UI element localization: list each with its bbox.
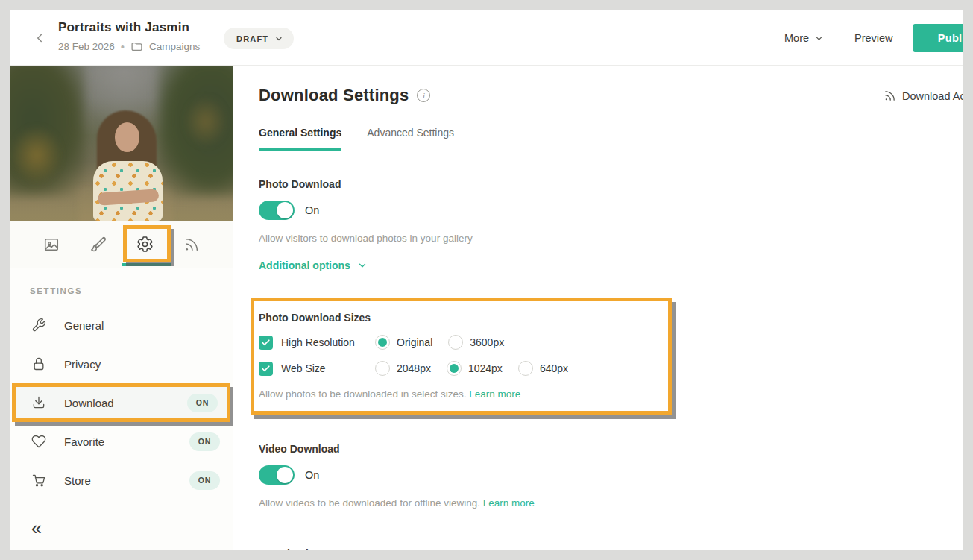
gallery-title-block: Portraits with Jasmin 28 Feb 2026 • Camp…	[58, 20, 200, 53]
photo-download-sizes-label: Photo Download Sizes	[259, 312, 656, 324]
download-activity-link[interactable]: Download Activity	[884, 89, 963, 102]
sidebar-item-label: Privacy	[64, 358, 101, 371]
sizes-learn-more-link[interactable]: Learn more	[469, 388, 520, 400]
chevron-down-icon	[357, 260, 368, 271]
page-title-row: Download Settings i	[259, 86, 963, 105]
radio-option-2048px: 2048px	[375, 361, 431, 376]
photo-download-description: Allow visitors to download photos in you…	[259, 233, 963, 244]
chevron-down-icon	[814, 34, 824, 43]
app-window: Portraits with Jasmin 28 Feb 2026 • Camp…	[10, 10, 963, 550]
collapse-sidebar-button[interactable]: «	[31, 519, 42, 538]
publish-button[interactable]: Publish	[913, 24, 963, 52]
brush-icon	[90, 236, 107, 253]
heart-icon	[31, 434, 48, 449]
broadcast-icon	[183, 236, 200, 253]
video-learn-more-link[interactable]: Learn more	[483, 497, 535, 509]
check-icon	[261, 338, 271, 347]
sidebar-item-download[interactable]: Download ON	[12, 383, 230, 422]
chevron-left-icon	[33, 31, 46, 45]
preview-button-label: Preview	[854, 32, 893, 44]
sidebar-item-general[interactable]: General	[10, 306, 233, 345]
more-button-label: More	[784, 32, 809, 44]
tab-design[interactable]	[83, 229, 114, 260]
cart-icon	[31, 473, 48, 488]
lock-icon	[31, 356, 48, 371]
status-badge-on: ON	[187, 394, 218, 412]
gallery-date: 28 Feb 2026	[58, 41, 115, 52]
radio-option-1024px: 1024px	[447, 361, 503, 376]
photo-download-toggle[interactable]	[259, 201, 295, 220]
original-radio[interactable]	[375, 335, 390, 350]
info-icon[interactable]: i	[417, 89, 430, 102]
3600px-radio[interactable]	[448, 335, 463, 350]
gear-icon	[136, 236, 154, 253]
additional-options-link[interactable]: Additional options	[259, 259, 963, 271]
tab-photos[interactable]	[36, 229, 67, 260]
2048px-radio[interactable]	[375, 361, 390, 376]
original-label: Original	[397, 336, 432, 348]
top-header: Portraits with Jasmin 28 Feb 2026 • Camp…	[10, 10, 963, 66]
tab-activity[interactable]	[176, 229, 207, 260]
640px-radio[interactable]	[518, 361, 533, 376]
back-button[interactable]	[30, 28, 49, 48]
photo-download-toggle-state: On	[305, 204, 319, 216]
download-activity-label: Download Activity	[902, 90, 963, 102]
web-size-checkbox[interactable]	[259, 362, 273, 376]
high-resolution-checkbox[interactable]	[259, 336, 273, 350]
tab-advanced-settings[interactable]: Advanced Settings	[367, 127, 454, 151]
page-title: Download Settings	[259, 86, 409, 105]
chevron-down-icon	[274, 34, 283, 43]
video-download-description: Allow videos to be downloaded for offlin…	[259, 497, 963, 509]
download-icon	[31, 395, 48, 410]
collection-name[interactable]: Campaigns	[149, 41, 200, 52]
folder-icon	[130, 40, 143, 53]
check-icon	[261, 364, 271, 374]
sidebar-item-favorite[interactable]: Favorite ON	[10, 422, 233, 461]
sidebar: SETTINGS General Privacy Download ON Fa	[10, 66, 233, 550]
sidebar-item-privacy[interactable]: Privacy	[10, 345, 233, 383]
radio-option-original: Original	[375, 335, 432, 350]
sidebar-item-label: Store	[64, 474, 91, 487]
status-badge-label: DRAFT	[236, 34, 268, 43]
high-resolution-label: High Resolution	[281, 336, 355, 348]
more-button[interactable]: More	[784, 10, 824, 66]
preview-button[interactable]: Preview	[854, 10, 893, 66]
sidebar-tool-tabs	[10, 221, 233, 268]
sidebar-item-label: Favorite	[64, 435, 104, 448]
radio-option-640px: 640px	[518, 361, 568, 376]
sizes-description: Allow photos to be downloaded in select …	[259, 388, 656, 400]
gallery-cover-photo	[10, 66, 233, 221]
gallery-title: Portraits with Jasmin	[58, 20, 200, 35]
640px-label: 640px	[540, 362, 568, 374]
video-download-label: Video Download	[259, 443, 963, 455]
sidebar-item-label: General	[64, 319, 104, 332]
3600px-label: 3600px	[470, 336, 504, 348]
radio-option-3600px: 3600px	[448, 335, 504, 350]
video-download-toggle-state: On	[305, 469, 319, 481]
web-size-label: Web Size	[281, 362, 326, 374]
size-row-high-resolution: High Resolution Original 3600px	[259, 335, 656, 350]
photo-download-toggle-row: On	[259, 201, 963, 220]
status-badge-on: ON	[189, 432, 220, 451]
gallery-subtitle: 28 Feb 2026 • Campaigns	[58, 40, 200, 53]
photo-download-label: Photo Download	[259, 178, 963, 190]
settings-tabs: General Settings Advanced Settings	[259, 127, 963, 151]
subtitle-separator: •	[121, 40, 125, 53]
video-download-toggle[interactable]	[259, 465, 295, 485]
broadcast-icon	[884, 89, 896, 102]
sidebar-item-label: Download	[64, 397, 114, 409]
main-content: Download Activity Download Settings i Ge…	[234, 66, 963, 550]
video-download-toggle-row: On	[259, 465, 963, 485]
status-badge[interactable]: DRAFT	[224, 28, 294, 49]
tab-settings[interactable]	[129, 229, 160, 260]
additional-options-label: Additional options	[259, 259, 350, 271]
1024px-label: 1024px	[468, 362, 503, 374]
size-row-web-size: Web Size 2048px 1024px 640px	[259, 361, 656, 376]
status-badge-on: ON	[189, 471, 220, 490]
1024px-radio[interactable]	[447, 361, 462, 376]
tab-general-settings[interactable]: General Settings	[259, 127, 341, 151]
wrench-icon	[31, 318, 48, 333]
2048px-label: 2048px	[397, 362, 431, 374]
download-pin-label: Download PIN	[259, 547, 963, 550]
sidebar-item-store[interactable]: Store ON	[10, 461, 233, 500]
